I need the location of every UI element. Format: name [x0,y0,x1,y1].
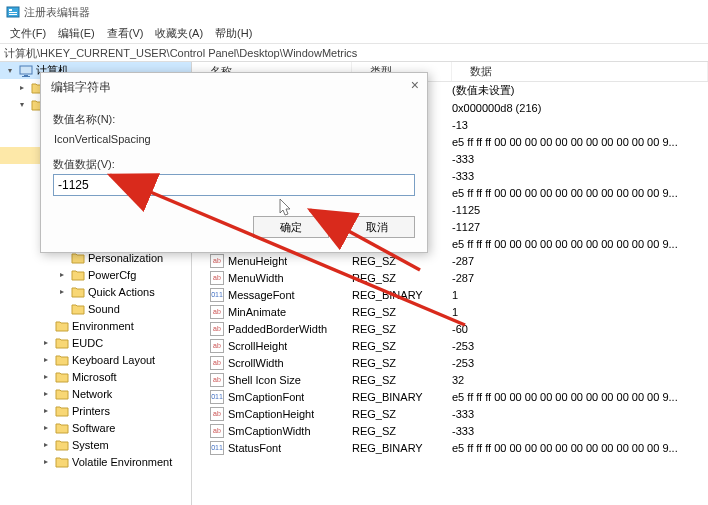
string-value-icon: ab [210,254,224,268]
tree-label: Keyboard Layout [72,354,155,366]
list-row[interactable]: 011SmCaptionFontREG_BINARYe5 ff ff ff 00… [192,388,708,405]
tree-node[interactable]: ▸Printers [0,402,191,419]
value-data: 1 [452,306,708,318]
string-value-icon: ab [210,424,224,438]
collapse-icon[interactable]: ▾ [16,99,28,111]
tree-label: Volatile Environment [72,456,172,468]
cancel-button[interactable]: 取消 [339,216,415,238]
list-row[interactable]: abScrollHeightREG_SZ-253 [192,337,708,354]
no-toggle-icon [40,320,52,332]
collapse-icon[interactable]: ▾ [4,65,16,77]
address-bar[interactable]: 计算机\HKEY_CURRENT_USER\Control Panel\Desk… [0,44,708,62]
tree-label: EUDC [72,337,103,349]
expand-icon[interactable]: ▸ [40,371,52,383]
menu-file[interactable]: 文件(F) [4,24,52,43]
expand-icon[interactable]: ▸ [16,82,28,94]
folder-icon [70,301,85,316]
value-type: REG_BINARY [352,442,452,454]
tree-label: Network [72,388,112,400]
value-data: e5 ff ff ff 00 00 00 00 00 00 00 00 00 0… [452,136,708,148]
close-icon[interactable]: × [411,77,419,93]
value-type: REG_SZ [352,408,452,420]
list-row[interactable]: abSmCaptionWidthREG_SZ-333 [192,422,708,439]
string-value-icon: ab [210,339,224,353]
tree-node[interactable]: ▸EUDC [0,334,191,351]
tree-node[interactable]: ▸Quick Actions [0,283,191,300]
svg-rect-3 [9,14,17,15]
value-name: SmCaptionHeight [228,408,314,420]
value-data: -287 [452,255,708,267]
menu-view[interactable]: 查看(V) [101,24,150,43]
computer-icon [18,63,33,78]
expand-icon[interactable]: ▸ [56,269,68,281]
list-row[interactable]: abSmCaptionHeightREG_SZ-333 [192,405,708,422]
tree-node[interactable]: ▸Volatile Environment [0,453,191,470]
value-name: MenuHeight [228,255,287,267]
folder-icon [54,420,69,435]
tree-node[interactable]: ▸System [0,436,191,453]
list-row[interactable]: abShell Icon SizeREG_SZ32 [192,371,708,388]
value-type: REG_SZ [352,323,452,335]
edit-string-dialog: 编辑字符串 × 数值名称(N): IconVerticalSpacing 数值数… [40,72,428,253]
no-toggle-icon [56,303,68,315]
ok-button[interactable]: 确定 [253,216,329,238]
tree-node[interactable]: ▸Software [0,419,191,436]
value-data: -253 [452,340,708,352]
menu-bar: 文件(F) 编辑(E) 查看(V) 收藏夹(A) 帮助(H) [0,24,708,44]
value-type: REG_SZ [352,425,452,437]
tree-node[interactable]: ▸Microsoft [0,368,191,385]
expand-icon[interactable]: ▸ [40,456,52,468]
tree-node[interactable]: Environment [0,317,191,334]
value-name: Shell Icon Size [228,374,301,386]
expand-icon[interactable]: ▸ [40,354,52,366]
value-data: -333 [452,170,708,182]
value-name: PaddedBorderWidth [228,323,327,335]
list-row[interactable]: 011StatusFontREG_BINARYe5 ff ff ff 00 00… [192,439,708,456]
list-row[interactable]: abScrollWidthREG_SZ-253 [192,354,708,371]
menu-help[interactable]: 帮助(H) [209,24,258,43]
svg-rect-6 [22,76,30,77]
tree-node[interactable]: ▸Keyboard Layout [0,351,191,368]
list-row[interactable]: abMenuHeightREG_SZ-287 [192,252,708,269]
expand-icon[interactable]: ▸ [40,439,52,451]
value-data: -1125 [452,204,708,216]
tree-node[interactable]: ▸PowerCfg [0,266,191,283]
value-name: ScrollHeight [228,340,287,352]
value-data: -60 [452,323,708,335]
expand-icon[interactable]: ▸ [56,286,68,298]
tree-node[interactable]: ▸Network [0,385,191,402]
value-data: -333 [452,153,708,165]
value-type: REG_SZ [352,272,452,284]
svg-rect-2 [9,12,17,13]
menu-favorites[interactable]: 收藏夹(A) [149,24,209,43]
value-data: 1 [452,289,708,301]
list-row[interactable]: abPaddedBorderWidthREG_SZ-60 [192,320,708,337]
expand-icon[interactable]: ▸ [40,337,52,349]
name-value: IconVerticalSpacing [53,131,415,147]
tree-node[interactable]: Sound [0,300,191,317]
no-toggle-icon [56,252,68,264]
value-name: MinAnimate [228,306,286,318]
folder-icon [54,454,69,469]
col-data[interactable]: 数据 [452,62,708,81]
expand-icon[interactable]: ▸ [40,388,52,400]
list-row[interactable]: abMenuWidthREG_SZ-287 [192,269,708,286]
value-data: 0x000000d8 (216) [452,102,708,114]
expand-icon[interactable]: ▸ [40,405,52,417]
tree-label: PowerCfg [88,269,136,281]
folder-icon [54,403,69,418]
menu-edit[interactable]: 编辑(E) [52,24,101,43]
binary-value-icon: 011 [210,288,224,302]
data-value-input[interactable] [53,174,415,196]
value-data: -1127 [452,221,708,233]
value-name: SmCaptionWidth [228,425,311,437]
list-row[interactable]: abMinAnimateREG_SZ1 [192,303,708,320]
folder-icon [54,335,69,350]
value-name: MenuWidth [228,272,284,284]
title-bar: 注册表编辑器 [0,0,708,24]
string-value-icon: ab [210,356,224,370]
list-row[interactable]: 011MessageFontREG_BINARY1 [192,286,708,303]
value-name: ScrollWidth [228,357,284,369]
expand-icon[interactable]: ▸ [40,422,52,434]
app-title: 注册表编辑器 [24,5,90,20]
